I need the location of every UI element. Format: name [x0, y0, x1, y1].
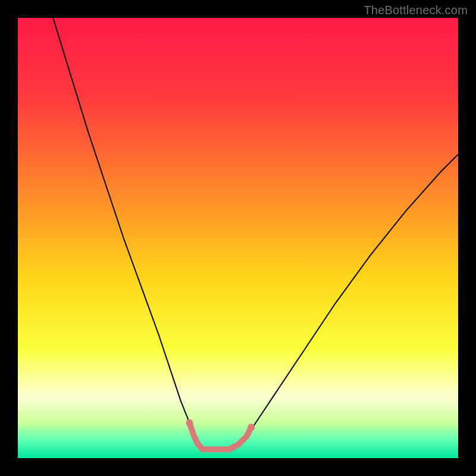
svg-point-1	[248, 424, 255, 431]
gradient-background	[18, 18, 458, 458]
svg-point-0	[186, 419, 193, 427]
plot-area	[18, 18, 458, 458]
chart-frame: TheBottleneck.com	[0, 0, 476, 476]
watermark-text: TheBottleneck.com	[364, 4, 468, 17]
chart-svg	[18, 18, 458, 458]
